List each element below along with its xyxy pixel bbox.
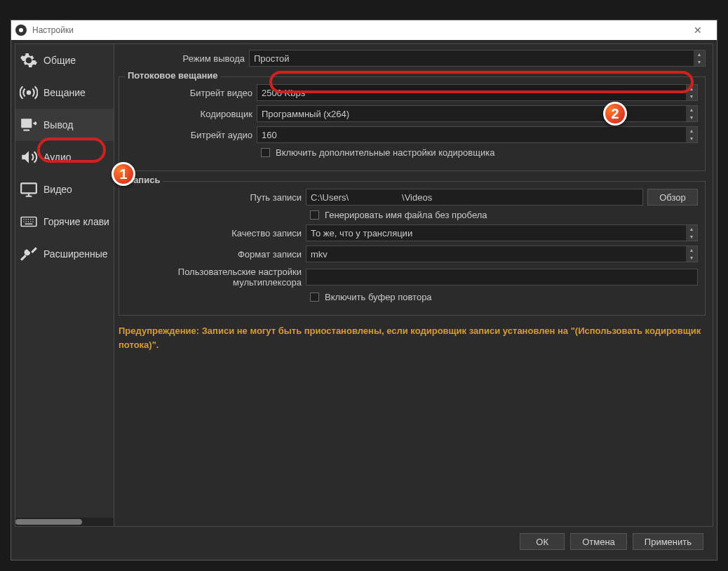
path-label: Путь записи [126, 192, 302, 203]
muxer-label: Пользовательские настройки мультиплексор… [126, 267, 302, 288]
sidebar-label: Аудио [43, 152, 72, 163]
format-value: mkv [311, 249, 328, 260]
browse-label: Обзор [659, 192, 686, 203]
encoder-dropdown[interactable]: Программный (x264) ▲▼ [257, 105, 698, 122]
sidebar: Общие Вещание Вывод Аудио [15, 44, 114, 526]
keyboard-icon [20, 213, 38, 231]
video-bitrate-row: Битрейт видео 2500 Kbps ▲▼ [126, 84, 698, 101]
content: Общие Вещание Вывод Аудио [11, 40, 717, 560]
apply-label: Применить [645, 537, 692, 547]
svg-rect-1 [21, 119, 32, 128]
title-bar: Настройки ✕ [11, 20, 717, 40]
output-mode-value: Простой [254, 53, 290, 64]
sidebar-label: Горячие клавиши [43, 216, 109, 227]
sidebar-label: Вывод [43, 119, 73, 130]
sidebar-label: Общие [43, 55, 76, 66]
replay-checkbox-row[interactable]: Включить буфер повтора [310, 292, 432, 302]
path-row: Путь записи C:\Users\ \Videos Обзор [126, 189, 698, 206]
monitor-icon [20, 180, 38, 199]
updown-icon: ▲▼ [686, 225, 697, 241]
output-mode-label: Режим вывода [119, 53, 245, 64]
svg-rect-3 [21, 183, 36, 193]
audio-bitrate-row: Битрейт аудио 160 ▲▼ [126, 126, 698, 143]
browse-button[interactable]: Обзор [647, 189, 698, 206]
sidebar-item-hotkeys[interactable]: Горячие клавиши [15, 206, 114, 238]
sidebar-item-general[interactable]: Общие [15, 44, 114, 76]
svg-point-0 [27, 91, 30, 94]
sidebar-item-output[interactable]: Вывод [15, 109, 114, 141]
checkbox-icon[interactable] [310, 293, 319, 302]
updown-icon: ▲▼ [686, 246, 697, 262]
sidebar-item-audio[interactable]: Аудио [15, 141, 114, 173]
format-dropdown[interactable]: mkv ▲▼ [306, 246, 698, 262]
svg-rect-2 [23, 130, 29, 131]
encoder-label: Кодировщик [126, 109, 252, 119]
encoder-row: Кодировщик Программный (x264) ▲▼ [126, 105, 698, 122]
sidebar-item-advanced[interactable]: Расширенные [15, 238, 114, 270]
audio-bitrate-value: 160 [262, 130, 277, 140]
cancel-label: Отмена [582, 537, 615, 547]
updown-icon: ▲▼ [686, 127, 697, 142]
updown-icon: ▲▼ [686, 106, 697, 121]
app-icon [15, 25, 27, 36]
updown-icon: ▲▼ [686, 85, 697, 100]
window-title: Настройки [32, 25, 683, 35]
settings-window: Настройки ✕ Общие Вещание Выв [11, 20, 717, 560]
broadcast-icon [20, 83, 38, 102]
quality-dropdown[interactable]: То же, что у трансляции ▲▼ [306, 224, 698, 241]
sidebar-item-stream[interactable]: Вещание [15, 76, 114, 109]
nospace-checkbox-row[interactable]: Генерировать имя файла без пробела [310, 210, 487, 220]
streaming-group: Потоковое вещание Битрейт видео 2500 Kbp… [119, 76, 706, 171]
audio-icon [20, 148, 38, 166]
format-row: Формат записи mkv ▲▼ [126, 246, 698, 262]
quality-label: Качество записи [126, 228, 302, 239]
path-value: C:\Users\ \Videos [311, 192, 432, 203]
muxer-row: Пользовательские настройки мультиплексор… [126, 267, 698, 288]
streaming-title: Потоковое вещание [125, 70, 220, 81]
adv-encoder-row: Включить дополнительные настройки кодиро… [126, 147, 698, 158]
sidebar-spacer [15, 270, 114, 518]
video-bitrate-input[interactable]: 2500 Kbps ▲▼ [257, 84, 698, 101]
recording-group: Запись Путь записи C:\Users\ \Videos Обз… [119, 181, 706, 316]
main-panel: Режим вывода Простой ▲▼ Потоковое вещани… [114, 44, 713, 526]
checkbox-icon[interactable] [261, 148, 270, 157]
replay-text: Включить буфер повтора [325, 292, 432, 302]
quality-row: Качество записи То же, что у трансляции … [126, 224, 698, 241]
sidebar-label: Видео [43, 184, 72, 195]
nospace-text: Генерировать имя файла без пробела [325, 210, 487, 220]
apply-button[interactable]: Применить [633, 533, 703, 550]
quality-value: То же, что у трансляции [311, 228, 412, 239]
footer: ОК Отмена Применить [15, 527, 713, 556]
output-icon [20, 116, 38, 134]
path-input[interactable]: C:\Users\ \Videos [306, 189, 643, 206]
tools-icon [20, 245, 38, 263]
output-mode-row: Режим вывода Простой ▲▼ [119, 50, 706, 67]
sidebar-scrollbar[interactable] [15, 518, 114, 526]
sidebar-label: Расширенные [43, 248, 108, 260]
close-icon[interactable]: ✕ [683, 25, 713, 36]
recording-title: Запись [125, 175, 163, 185]
output-mode-dropdown[interactable]: Простой ▲▼ [249, 50, 706, 67]
updown-icon: ▲▼ [694, 51, 705, 66]
encoder-value: Программный (x264) [262, 109, 349, 119]
adv-encoder-checkbox-row[interactable]: Включить дополнительные настройки кодиро… [261, 147, 494, 158]
video-bitrate-label: Битрейт видео [126, 88, 252, 98]
cancel-button[interactable]: Отмена [570, 533, 627, 550]
content-inner: Общие Вещание Вывод Аудио [15, 43, 713, 527]
gear-icon [20, 51, 38, 69]
video-bitrate-value: 2500 Kbps [262, 88, 305, 98]
checkbox-icon[interactable] [310, 210, 319, 220]
adv-encoder-text: Включить дополнительные настройки кодиро… [276, 147, 494, 158]
nospace-row: Генерировать имя файла без пробела [126, 210, 698, 220]
audio-bitrate-label: Битрейт аудио [126, 130, 252, 140]
warning-text: Предупреждение: Записи не могут быть при… [119, 324, 706, 351]
sidebar-label: Вещание [43, 87, 86, 98]
sidebar-item-video[interactable]: Видео [15, 173, 114, 206]
ok-button[interactable]: ОК [520, 533, 565, 550]
format-label: Формат записи [126, 249, 302, 260]
replay-row: Включить буфер повтора [126, 292, 698, 302]
muxer-input[interactable] [306, 269, 698, 286]
audio-bitrate-dropdown[interactable]: 160 ▲▼ [257, 126, 698, 143]
ok-label: ОК [536, 537, 548, 547]
